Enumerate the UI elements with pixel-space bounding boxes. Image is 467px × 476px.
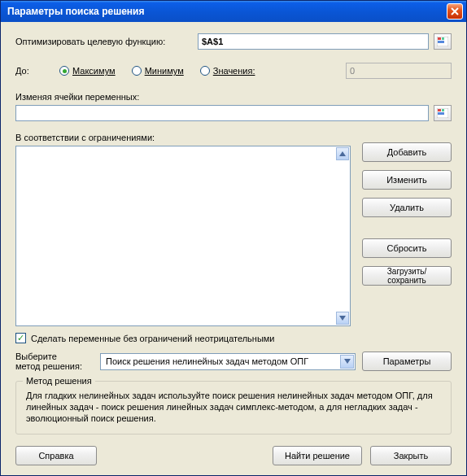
objective-label: Оптимизировать целевую функцию: [15, 37, 198, 46]
variables-section: Изменяя ячейки переменных: [15, 92, 452, 121]
radio-min-label: Минимум [145, 66, 184, 76]
objective-input[interactable] [198, 33, 429, 50]
to-label: До: [15, 66, 40, 76]
method-group-text: Для гладких нелинейных задач используйте… [26, 390, 441, 424]
radio-icon [59, 66, 69, 76]
method-label-1: Выберите [15, 352, 94, 361]
to-row: До: Максимум Минимум Значения: [15, 63, 452, 79]
variables-label: Изменяя ячейки переменных: [15, 92, 452, 102]
window-title: Параметры поиска решения [7, 6, 447, 17]
method-groupbox: Метод решения Для гладких нелинейных зад… [15, 381, 452, 435]
help-button[interactable]: Справка [15, 446, 97, 465]
solver-dialog: Параметры поиска решения Оптимизировать … [0, 0, 467, 476]
radio-value-label: Значения: [213, 66, 255, 76]
solve-button[interactable]: Найти решение [273, 446, 362, 465]
method-label-2: метод решения: [15, 361, 94, 371]
constraints-section: В соответствии с ограничениями: Добавить… [15, 133, 452, 326]
chevron-down-icon [340, 355, 354, 369]
add-button[interactable]: Добавить [362, 142, 452, 162]
svg-rect-7 [438, 112, 444, 115]
constraints-label: В соответствии с ограничениями: [15, 133, 452, 142]
range-picker-icon[interactable] [434, 33, 452, 50]
radio-min[interactable]: Минимум [132, 66, 184, 76]
nonneg-label: Сделать переменные без ограничений неотр… [31, 334, 275, 343]
constraints-listbox[interactable] [15, 146, 351, 326]
method-row: Выберите метод решения: Поиск решения не… [15, 352, 452, 371]
dialog-content: Оптимизировать целевую функцию: До: Макс… [1, 22, 466, 475]
titlebar[interactable]: Параметры поиска решения [1, 1, 466, 22]
range-picker-icon[interactable] [434, 105, 452, 121]
scroll-down-icon[interactable] [336, 312, 349, 325]
svg-rect-2 [442, 37, 444, 40]
svg-rect-5 [438, 109, 441, 111]
method-select[interactable]: Поиск решения нелинейных задач методом О… [100, 353, 356, 370]
radio-max[interactable]: Максимум [59, 66, 116, 76]
svg-rect-6 [442, 109, 444, 111]
close-button[interactable]: Закрыть [370, 446, 452, 465]
radio-icon [132, 66, 142, 76]
objective-row: Оптимизировать целевую функцию: [15, 33, 452, 50]
radio-value[interactable]: Значения: [200, 66, 255, 76]
method-group-title: Метод решения [23, 376, 95, 386]
params-button[interactable]: Параметры [362, 352, 452, 371]
change-button[interactable]: Изменить [362, 170, 452, 190]
constraint-buttons: Добавить Изменить Удалить Сбросить Загру… [362, 142, 452, 326]
radio-icon [200, 66, 210, 76]
scroll-up-icon[interactable] [336, 147, 349, 160]
delete-button[interactable]: Удалить [362, 198, 452, 217]
close-icon[interactable] [447, 3, 463, 20]
to-value-input [346, 63, 452, 79]
variables-input[interactable] [15, 105, 429, 121]
method-selected: Поиск решения нелинейных задач методом О… [106, 356, 308, 366]
svg-rect-1 [438, 37, 441, 40]
radio-max-label: Максимум [72, 66, 116, 76]
dialog-buttons: Справка Найти решение Закрыть [15, 446, 452, 465]
nonneg-row[interactable]: ✓ Сделать переменные без ограничений нео… [15, 333, 452, 343]
svg-rect-3 [438, 41, 444, 43]
load-save-button[interactable]: Загрузить/сохранить [362, 266, 452, 286]
reset-button[interactable]: Сбросить [362, 238, 452, 258]
checkbox-icon: ✓ [15, 333, 26, 343]
